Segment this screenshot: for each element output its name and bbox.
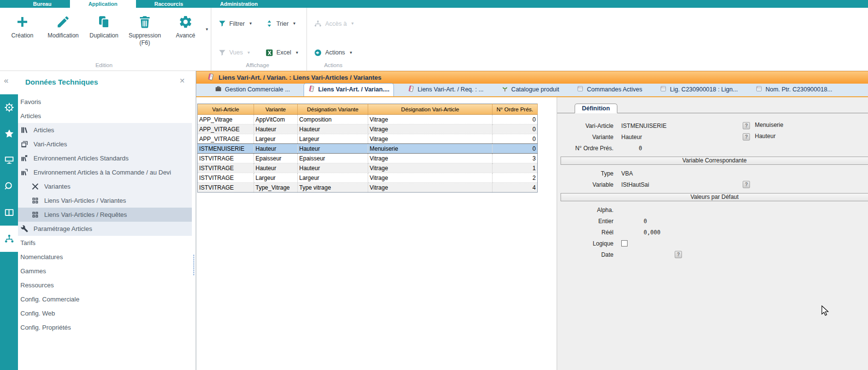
sidebar-title: Données Techniques	[25, 78, 98, 86]
help-button[interactable]: ?	[743, 122, 750, 129]
ribbon-button-avance[interactable]: Avancé▼	[165, 10, 206, 52]
table-cell: Hauteur	[298, 144, 368, 154]
sidebar-item-liens-vari-articles-requetes[interactable]: Liens Vari-Articles / Requêtes	[18, 208, 192, 222]
sidebar-item-environnement-articles-standards[interactable]: Environnement Articles Standards	[18, 151, 192, 165]
tab-nom-ptr-c230900018[interactable]: Nom. Ptr. C230900018...	[751, 84, 836, 96]
field-label: Alpha.	[557, 207, 613, 213]
table-row[interactable]: ISTMENUISERIEHauteurHauteurMenuiserie0	[198, 144, 538, 154]
table-row[interactable]: ISTVITRAGEType_VitrageType vitrageVitrag…	[198, 183, 538, 193]
ribbon-button-excel[interactable]: Excel▼	[265, 47, 299, 58]
field-row-variable: VariableIStHautSai?	[557, 179, 868, 190]
table-row[interactable]: ISTVITRAGELargeurLargeurVitrage2	[198, 173, 538, 183]
chevron-down-icon: ▼	[249, 21, 253, 26]
ribbon-button-modification[interactable]: Modification	[43, 10, 84, 52]
sidebar-item-environnement-articles-a-la-commande-au-devi[interactable]: Environnement Articles à la Commande / a…	[18, 165, 192, 179]
sidebar-item-parametrage-articles[interactable]: Paramétrage Articles	[18, 222, 192, 236]
tab-gestion-commerciale[interactable]: Gestion Commerciale ...	[211, 84, 294, 96]
field-label: Variante	[557, 134, 613, 141]
sidebar-item-articles[interactable]: Articles	[18, 109, 192, 123]
field-row-alpha: Alpha.	[557, 204, 868, 215]
menu-tab-administration[interactable]: Administration	[202, 0, 276, 8]
field-value[interactable]: VBA	[621, 170, 633, 177]
ribbon-group-actions: Accès à▼Actions▼Actions	[306, 8, 362, 70]
sidebar-item-ressources[interactable]: Ressources	[18, 278, 192, 292]
tab-catalogue-produit[interactable]: Catalogue produit	[497, 84, 563, 96]
field-value[interactable]: 0	[644, 218, 647, 225]
rail-item-helm-icon[interactable]	[0, 94, 18, 121]
field-value[interactable]: IStHautSai	[621, 181, 649, 188]
ribbon-button-suppression-f6[interactable]: Suppression (F6)	[124, 10, 165, 52]
field-label: Type	[557, 170, 613, 177]
table-cell: ISTVITRAGE	[198, 154, 254, 163]
org-chart-icon	[314, 19, 322, 28]
rail-item-columns-icon[interactable]	[0, 199, 18, 226]
column-header-variante[interactable]: Variante	[254, 104, 298, 115]
field-value[interactable]: 0,000	[644, 229, 661, 236]
field-value[interactable]: ISTMENUISERIE	[621, 123, 666, 129]
rail-item-search-icon[interactable]	[0, 173, 18, 199]
collapse-sidebar-icon[interactable]: «	[4, 76, 8, 86]
table-cell: Hauteur	[298, 124, 368, 134]
window-titlebar: Liens Vari-Art. / Varian. : Liens Vari-A…	[196, 71, 868, 84]
column-header-designation-vari-article[interactable]: Désignation Vari-Article	[368, 104, 493, 115]
tab-liens-vari-art-varian[interactable]: Liens Vari-Art. / Varian....	[304, 83, 394, 96]
table-cell: APP_VITRAGE	[198, 124, 254, 134]
rail-item-org-chart-icon[interactable]	[0, 226, 18, 252]
column-header-n-ordre-pres[interactable]: N° Ordre Prés.	[493, 104, 538, 115]
ribbon-group-affichage: Filtrer▼Trier▼Vues▼Excel▼Affichage	[211, 8, 306, 70]
sidebar-item-favoris[interactable]: Favoris	[18, 95, 192, 109]
help-button[interactable]: ?	[675, 251, 682, 258]
table-row[interactable]: APP_VitrageAppVitComCompositionVitrage0	[198, 115, 538, 124]
column-header-vari-article[interactable]: Vari-Article	[198, 104, 254, 115]
sidebar-item-nomenclatures[interactable]: Nomenclatures	[18, 250, 192, 264]
table-row[interactable]: ISTVITRAGEHauteurHauteurVitrage1	[198, 163, 538, 173]
help-button[interactable]: ?	[743, 133, 750, 141]
column-header-designation-variante[interactable]: Désignation Variante	[298, 104, 368, 115]
ribbon-button-duplication[interactable]: Duplication	[84, 10, 124, 52]
sidebar-item-articles[interactable]: Articles	[18, 123, 192, 137]
table-row[interactable]: ISTVITRAGEEpaisseurEpaisseurVitrage3	[198, 154, 538, 163]
table-cell: Menuiserie	[368, 144, 493, 154]
table-row[interactable]: APP_VITRAGEHauteurHauteurVitrage0	[198, 124, 538, 134]
sidebar-item-gammes[interactable]: Gammes	[18, 264, 192, 278]
ribbon-group-edition: CréationModificationDuplicationSuppressi…	[0, 8, 211, 70]
sidebar-item-config-proprietes[interactable]: Config. Propriétés	[18, 320, 192, 335]
filter-icon	[218, 49, 226, 57]
table-cell: Vitrage	[368, 183, 493, 193]
ribbon-button-creation[interactable]: Création	[2, 10, 43, 52]
ribbon-button-filtrer[interactable]: Filtrer▼	[218, 18, 253, 30]
sidebar-item-variantes[interactable]: Variantes	[18, 179, 192, 194]
sidebar-item-config-web[interactable]: Config. Web	[18, 306, 192, 320]
ribbon-button-vues[interactable]: Vues▼	[218, 47, 253, 58]
grid-area: Vari-ArticleVarianteDésignation Variante…	[196, 97, 557, 370]
tab-liens-vari-art-req[interactable]: Liens Vari-Art. / Req. : ...	[404, 84, 488, 96]
ribbon-button-trier[interactable]: Trier▼	[265, 18, 299, 30]
field-value[interactable]: 0	[639, 145, 642, 152]
sidebar-item-config-commerciale[interactable]: Config. Commerciale	[18, 292, 192, 306]
doc-icon	[660, 85, 667, 94]
trash-icon	[124, 15, 165, 32]
menu-tab-raccourcis[interactable]: Raccourcis	[136, 0, 202, 8]
tab-definition[interactable]: Définition	[575, 104, 617, 113]
rail-item-monitor-icon[interactable]	[0, 147, 18, 173]
sidebar-splitter[interactable]	[192, 94, 196, 370]
close-icon[interactable]: ✕	[179, 77, 185, 85]
help-button[interactable]: ?	[743, 181, 750, 188]
field-row-logique: Logique	[557, 238, 868, 249]
tab-commandes-actives[interactable]: Commandes Actives	[573, 84, 646, 96]
ribbon-button-acces-a[interactable]: Accès à▼	[314, 18, 354, 30]
menu-tab-bureau[interactable]: Bureau	[15, 0, 70, 8]
sidebar-item-vari-articles[interactable]: Vari-Articles	[18, 137, 192, 151]
doc-icon	[577, 85, 584, 94]
field-value[interactable]: Hauteur	[621, 134, 642, 141]
tab-lig-c230900018-lign[interactable]: Lig. C230900018 : Lign...	[656, 84, 742, 96]
table-row[interactable]: APP_VITRAGELargeurLargeurVitrage0	[198, 134, 538, 144]
sidebar-item-liens-vari-articles-variantes[interactable]: Liens Vari-Articles / Variantes	[18, 194, 192, 208]
doc-icon	[755, 85, 763, 94]
table-cell: ISTVITRAGE	[198, 163, 254, 173]
logique-checkbox[interactable]	[621, 240, 628, 247]
sidebar-item-tarifs[interactable]: Tarifs	[18, 236, 192, 250]
rail-item-star-icon[interactable]	[0, 121, 18, 147]
menu-tab-application[interactable]: Application	[70, 0, 136, 8]
ribbon-button-actions[interactable]: Actions▼	[314, 47, 354, 58]
